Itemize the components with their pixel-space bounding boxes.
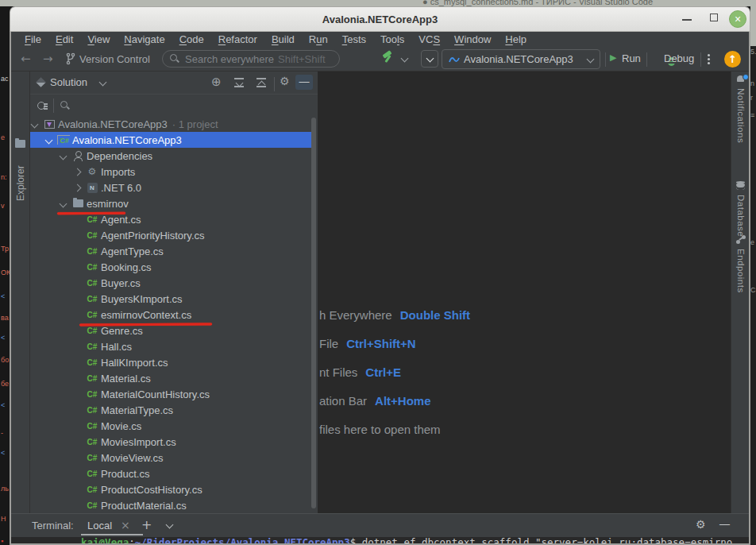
chevron-down-icon[interactable]: [46, 137, 57, 143]
run-config-select[interactable]: Avalonia.NETCoreApp3: [442, 49, 600, 69]
tree-item-label: Hall.cs: [101, 341, 132, 353]
main-toolbar: ← → Version Control Search everywhere Sh…: [11, 47, 749, 72]
panel-settings-gear-icon[interactable]: ⚙: [280, 75, 290, 87]
tree-item-movieview-cs[interactable]: C#MovieView.cs: [30, 450, 311, 466]
tab-close-icon[interactable]: ×: [121, 519, 130, 531]
shortcut-hint-line: nt FilesCtrl+E: [319, 358, 470, 386]
tree-item-avalonia-netcoreapp3[interactable]: Avalonia.NETCoreApp3· 1 project: [30, 116, 311, 132]
menu-edit[interactable]: Edit: [48, 33, 80, 45]
tree-item--net-6-0[interactable]: N.NET 6.0: [30, 180, 311, 195]
tree-item-avalonia-netcoreapp3[interactable]: C#Avalonia.NETCoreApp3: [30, 132, 311, 148]
menu-refactor[interactable]: Refactor: [211, 33, 264, 45]
terminal-hide-icon[interactable]: —: [719, 518, 730, 530]
endpoints-tab[interactable]: Endpoints: [731, 235, 750, 293]
search-everywhere-box[interactable]: Search everywhere Shift+Shift: [162, 50, 340, 68]
tree-item-buyer-cs[interactable]: C#Buyer.cs: [30, 275, 311, 291]
tree-item-materialtype-cs[interactable]: C#MaterialType.cs: [30, 402, 311, 418]
menu-file[interactable]: File: [17, 33, 48, 45]
toolbar-divider: [700, 52, 701, 67]
tree-item-esmirnovcontext-cs[interactable]: C#esmirnovContext.cs: [30, 307, 311, 323]
folder-icon: [73, 199, 83, 207]
background-window-right-edge: 5.nr≡eC: [750, 46, 756, 545]
menu-run[interactable]: Run: [302, 33, 335, 45]
menu-build[interactable]: Build: [264, 33, 302, 45]
tree-item-label: MaterialType.cs: [101, 404, 173, 416]
tree-item-product-cs[interactable]: C#Product.cs: [30, 466, 311, 481]
bell-icon: [736, 75, 746, 84]
menu-help[interactable]: Help: [498, 33, 534, 45]
tree-item-agentpriorityhistory-cs[interactable]: C#AgentPriorityHistory.cs: [30, 227, 311, 243]
terminal-tab-local[interactable]: Local: [87, 520, 112, 531]
explorer-tab[interactable]: Explorer: [15, 165, 26, 201]
menu-vcs[interactable]: VCS: [411, 33, 447, 45]
chevron-right-icon[interactable]: [75, 185, 86, 191]
search-icon: [170, 54, 179, 64]
close-icon[interactable]: ×: [729, 10, 746, 28]
background-window-titlebar: ● cs_mysql_connection5.md - ТИРИС - Visu…: [0, 0, 756, 6]
tree-item-hallkimport-cs[interactable]: C#HallKImport.cs: [30, 354, 311, 370]
menu-navigate[interactable]: Navigate: [117, 33, 172, 45]
version-control-button[interactable]: Version Control: [79, 53, 150, 65]
tree-item-movie-cs[interactable]: C#Movie.cs: [30, 418, 311, 434]
panel-title[interactable]: Solution: [50, 76, 87, 88]
forward-icon[interactable]: →: [43, 52, 53, 66]
chevron-down-icon[interactable]: [60, 201, 71, 207]
update-notification-button[interactable]: ↑: [724, 51, 741, 68]
tree-item-agenttype-cs[interactable]: C#AgentType.cs: [30, 243, 311, 259]
solution-icon: [44, 120, 55, 129]
chevron-right-icon[interactable]: [75, 169, 86, 175]
run-button[interactable]: Run: [622, 52, 641, 64]
cs-icon: C#: [87, 247, 98, 256]
terminal-dropdown-chevron-icon[interactable]: [166, 521, 174, 529]
tree-item-buyerskimport-cs[interactable]: C#BuyersKImport.cs: [30, 291, 311, 307]
terminal-bar: Terminal: Local × + ⚙ —: [11, 513, 749, 537]
menu-window[interactable]: Window: [447, 33, 498, 45]
run-widget-chevron-button[interactable]: [421, 50, 438, 68]
tree-item-moviesimport-cs[interactable]: C#MoviesImport.cs: [30, 434, 311, 450]
view-options-icon[interactable]: [37, 101, 48, 111]
debug-button[interactable]: Debug: [664, 52, 694, 64]
terminal-content[interactable]: kai@Vega:~/RiderProjects/Avalonia.NETCor…: [11, 537, 749, 543]
background-text-fragment: ac: [1, 75, 9, 83]
tree-item-esmirnov[interactable]: esmirnov: [30, 195, 311, 211]
locate-icon[interactable]: ⊕: [211, 75, 222, 89]
menu-tools[interactable]: Tools: [373, 33, 411, 45]
more-options-kebab-icon[interactable]: [708, 54, 710, 56]
background-text-fragment: e: [750, 238, 754, 246]
menu-code[interactable]: Code: [172, 33, 211, 45]
tree-item-productmaterial-cs[interactable]: C#ProductMaterial.cs: [30, 497, 311, 512]
minimize-icon[interactable]: [682, 19, 692, 21]
tree-item-label: esmirnov: [87, 198, 129, 210]
database-tab[interactable]: Database: [731, 181, 750, 237]
chevron-down-icon[interactable]: [60, 153, 71, 159]
tree-scrollbar[interactable]: [311, 118, 316, 508]
maximize-icon[interactable]: [710, 14, 718, 21]
tree-item-material-cs[interactable]: C#Material.cs: [30, 370, 311, 386]
tree-item-hall-cs[interactable]: C#Hall.cs: [30, 338, 311, 354]
notifications-tab[interactable]: Notifications: [731, 75, 750, 143]
tree-item-dependencies[interactable]: Dependencies: [30, 148, 311, 164]
background-text-fragment: <: [1, 401, 5, 409]
tree-item-productcosthistory-cs[interactable]: C#ProductCostHistory.cs: [30, 481, 311, 497]
project-tree: Avalonia.NETCoreApp3· 1 projectC#Avaloni…: [30, 116, 311, 512]
chevron-down-icon[interactable]: [32, 122, 43, 127]
menu-view[interactable]: View: [80, 33, 117, 45]
build-hammer-icon[interactable]: [381, 51, 394, 64]
panel-title-chevron-icon[interactable]: [99, 79, 107, 87]
build-dropdown-chevron-icon[interactable]: [401, 55, 409, 63]
panel-hide-button[interactable]: —: [295, 75, 313, 90]
terminal-settings-gear-icon[interactable]: ⚙: [696, 518, 706, 531]
menu-tests[interactable]: Tests: [335, 33, 373, 45]
back-icon[interactable]: ←: [21, 52, 31, 66]
background-text-fragment: ≡: [750, 111, 754, 119]
deps-icon: [73, 151, 83, 161]
search-icon[interactable]: [60, 101, 70, 110]
tree-item-booking-cs[interactable]: C#Booking.cs: [30, 259, 311, 275]
background-text-fragment: n: [750, 79, 754, 87]
tree-item-materialcounthistory-cs[interactable]: C#MaterialCountHistory.cs: [30, 386, 311, 402]
run-play-icon[interactable]: ▶: [610, 52, 616, 63]
new-terminal-plus-icon[interactable]: +: [141, 517, 152, 532]
background-text-fragment: <: [1, 334, 5, 342]
folder-tool-icon[interactable]: [15, 140, 25, 148]
tree-item-imports[interactable]: ⚙Imports: [30, 164, 311, 180]
